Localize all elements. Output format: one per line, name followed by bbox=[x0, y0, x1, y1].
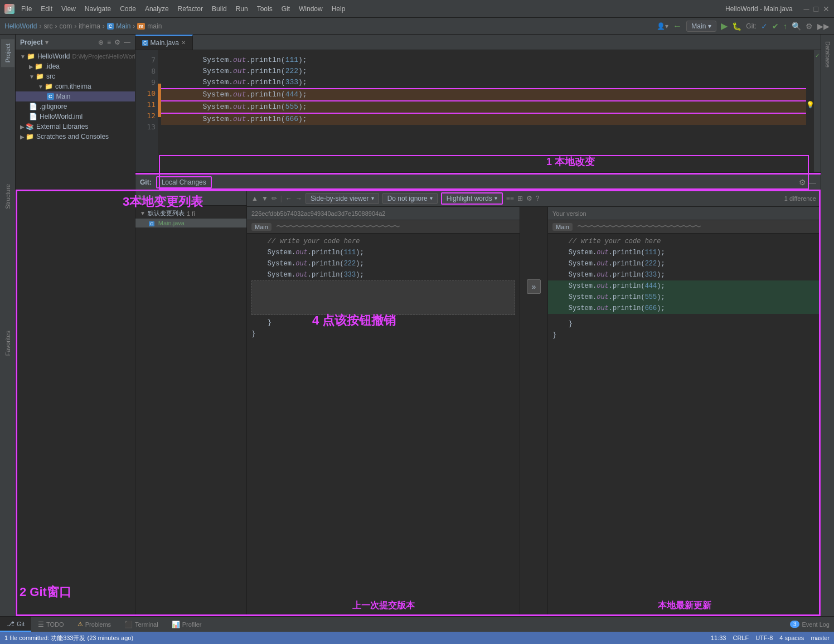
iml-icon: 📄 bbox=[29, 113, 37, 120]
highlight-words-dropdown[interactable]: Highlight words ▾ bbox=[441, 192, 503, 205]
tree-item-idea[interactable]: ▶ 📁 .idea bbox=[16, 61, 135, 71]
diff-prev-btn[interactable]: ← bbox=[285, 195, 292, 202]
tree-item-extlibs[interactable]: ▶ 📚 External Libraries bbox=[16, 122, 135, 132]
bottom-tab-problems[interactable]: ⚠ Problems bbox=[71, 617, 118, 632]
status-indent[interactable]: 4 spaces bbox=[779, 635, 804, 641]
line-num-9: 9 bbox=[138, 77, 156, 88]
diff-next-btn[interactable]: → bbox=[295, 195, 302, 202]
run-config-2[interactable]: ▶▶ bbox=[817, 22, 830, 31]
tree-item-main[interactable]: C Main bbox=[16, 91, 135, 101]
code-content-area[interactable]: System.out.println(111); System.out.prin… bbox=[161, 50, 806, 172]
event-log-label[interactable]: Event Log bbox=[802, 621, 830, 628]
status-encoding[interactable]: UTF-8 bbox=[755, 635, 773, 641]
git-up-icon[interactable]: ↑ bbox=[146, 193, 149, 202]
git-commit-btn[interactable]: ✓ bbox=[761, 22, 768, 31]
bottom-tab-profiler[interactable]: 📊 Profiler bbox=[165, 617, 208, 632]
extlibs-arrow-icon: ▶ bbox=[20, 124, 25, 130]
right-code-area[interactable]: // write your code here System.out.print… bbox=[548, 234, 821, 595]
menu-run[interactable]: Run bbox=[231, 3, 253, 15]
close-button[interactable]: ✕ bbox=[823, 4, 830, 13]
breadcrumb-itheima[interactable]: itheima bbox=[79, 22, 100, 30]
viewer-mode-dropdown[interactable]: Side-by-side viewer ▾ bbox=[306, 193, 379, 204]
diff-nav-down-btn[interactable]: ▼ bbox=[261, 195, 268, 202]
breadcrumb-main[interactable]: Main bbox=[116, 22, 130, 30]
title-bar: IJ File Edit View Navigate Code Analyze … bbox=[0, 0, 834, 18]
breadcrumb-src[interactable]: src bbox=[43, 22, 52, 30]
debug-btn[interactable]: 🐛 bbox=[732, 22, 741, 31]
menu-file[interactable]: File bbox=[17, 3, 36, 15]
menu-navigate[interactable]: Navigate bbox=[80, 3, 115, 15]
back-btn[interactable]: ← bbox=[673, 21, 682, 31]
tree-item-iml[interactable]: 📄 HelloWorld.iml bbox=[16, 112, 135, 122]
bottom-tab-git[interactable]: ⎇ Git bbox=[0, 617, 31, 632]
tree-item-com[interactable]: ▼ 📁 com.itheima bbox=[16, 81, 135, 91]
settings-btn[interactable]: ⚙ bbox=[806, 22, 813, 31]
menu-build[interactable]: Build bbox=[207, 3, 231, 15]
editor-tab-main[interactable]: C Main.java ✕ bbox=[135, 35, 193, 50]
git-down-icon[interactable]: ↓ bbox=[151, 193, 154, 202]
project-dropdown[interactable]: ▾ bbox=[45, 38, 49, 46]
menu-edit[interactable]: Edit bbox=[36, 3, 57, 15]
breadcrumb-method[interactable]: main bbox=[147, 22, 162, 30]
tree-item-scratches[interactable]: ▶ 📁 Scratches and Consoles bbox=[16, 132, 135, 142]
menu-view[interactable]: View bbox=[57, 3, 80, 15]
project-collapse-btn[interactable]: ≡ bbox=[107, 38, 111, 46]
sidebar-tab-structure[interactable]: Structure bbox=[1, 180, 14, 214]
tree-item-helloworld[interactable]: ▼ 📁 HelloWorld D:\MyProject\HelloWorld bbox=[16, 51, 135, 61]
menu-code[interactable]: Code bbox=[115, 3, 140, 15]
breadcrumb-project[interactable]: HelloWorld bbox=[4, 22, 37, 30]
lightbulb-icon[interactable]: 💡 bbox=[806, 99, 814, 110]
right-tab-database[interactable]: Database bbox=[822, 37, 833, 72]
bottom-tab-todo[interactable]: ☰ TODO bbox=[31, 617, 71, 632]
left-code-area[interactable]: // write your code here System.out.print… bbox=[247, 234, 520, 595]
status-position[interactable]: 11:33 bbox=[711, 635, 726, 641]
revert-right-icon[interactable]: → bbox=[172, 193, 180, 202]
edit-icon[interactable]: ✏ bbox=[156, 193, 162, 202]
refresh-icon[interactable]: ↻ bbox=[138, 193, 144, 202]
ignore-dropdown[interactable]: Do not ignore ▾ bbox=[382, 193, 438, 204]
sidebar-tab-favorites[interactable]: Favorites bbox=[1, 326, 14, 360]
menu-tools[interactable]: Tools bbox=[253, 3, 277, 15]
git-label: Git: bbox=[746, 22, 757, 30]
menu-git[interactable]: Git bbox=[277, 3, 294, 15]
user-icon[interactable]: 👤▾ bbox=[657, 22, 668, 30]
git-panel-settings-btn[interactable]: ⚙ bbox=[799, 178, 806, 187]
git-update-btn[interactable]: ↑ bbox=[783, 22, 787, 31]
revert-left-icon[interactable]: ← bbox=[163, 193, 171, 202]
status-branch[interactable]: master bbox=[811, 635, 830, 641]
menu-window[interactable]: Window bbox=[294, 3, 327, 15]
line-num-10: 10 bbox=[138, 88, 156, 99]
diff-nav-up-btn[interactable]: ▲ bbox=[251, 195, 258, 202]
maximize-button[interactable]: □ bbox=[814, 4, 818, 13]
git-push-btn[interactable]: ✔ bbox=[772, 22, 779, 31]
local-changes-tab-btn[interactable]: Local Changes bbox=[156, 176, 212, 188]
run-config-dropdown[interactable]: Main ▾ bbox=[686, 21, 716, 32]
changes-file-item[interactable]: C Main.java bbox=[135, 219, 246, 227]
tab-close-icon[interactable]: ✕ bbox=[181, 40, 186, 46]
diff-settings-icon[interactable]: ≡≡ bbox=[506, 195, 514, 202]
diff-columns-icon[interactable]: ⊞ bbox=[517, 195, 523, 202]
menu-analyze[interactable]: Analyze bbox=[140, 3, 173, 15]
run-btn[interactable]: ▶ bbox=[721, 21, 728, 31]
menu-help[interactable]: Help bbox=[327, 3, 350, 15]
apply-diff-btn[interactable]: » bbox=[527, 279, 541, 294]
search-btn[interactable]: 🔍 bbox=[792, 22, 801, 31]
diff-gear-icon[interactable]: ⚙ bbox=[526, 195, 532, 202]
sidebar-tab-project[interactable]: Project bbox=[1, 39, 14, 67]
project-settings-btn[interactable]: ⚙ bbox=[114, 38, 120, 46]
bottom-tab-terminal[interactable]: ⬛ Terminal bbox=[118, 617, 165, 632]
menu-refactor[interactable]: Refactor bbox=[173, 3, 207, 15]
project-close-btn[interactable]: — bbox=[124, 38, 130, 46]
breadcrumb-com[interactable]: com bbox=[59, 22, 72, 30]
diff-content: 226ecfdbb5b74032ac949340ad3d7e15088904a2… bbox=[247, 207, 821, 616]
git-panel-minimize-btn[interactable]: — bbox=[808, 178, 816, 187]
status-crlf[interactable]: CRLF bbox=[733, 635, 749, 641]
diff-help-icon[interactable]: ? bbox=[536, 195, 540, 202]
tree-item-gitignore[interactable]: 📄 .gitignore bbox=[16, 101, 135, 112]
diff-right-line-2: System.out.println(111); bbox=[552, 247, 816, 258]
project-locate-btn[interactable]: ⊕ bbox=[98, 38, 104, 46]
tree-item-src[interactable]: ▼ 📁 src bbox=[16, 71, 135, 81]
diff-edit-btn[interactable]: ✏ bbox=[271, 195, 277, 202]
minimize-button[interactable]: ─ bbox=[804, 4, 809, 13]
changes-group-header[interactable]: ▼ 默认变更列表 1 fi bbox=[135, 208, 246, 219]
